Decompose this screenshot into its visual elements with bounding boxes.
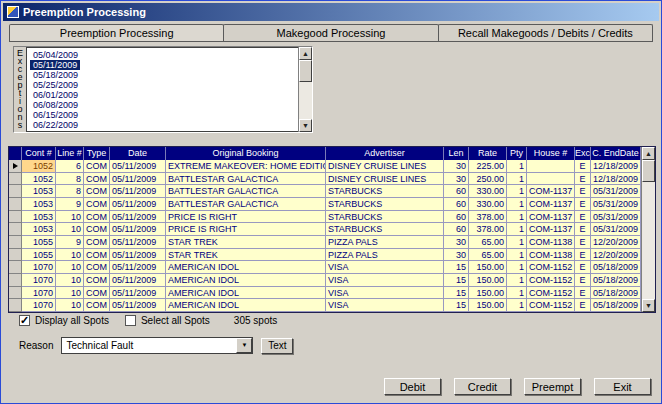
cell-exc[interactable]: E [575,198,591,211]
cell-len[interactable]: 30 [444,160,469,173]
scroll-down-button[interactable]: ▼ [642,299,655,312]
cell-date[interactable]: 05/11/2009 [110,160,166,173]
row-selector[interactable] [9,249,22,262]
cell-len[interactable]: 30 [444,173,469,186]
cell-advertiser[interactable]: DISNEY CRUISE LINES [326,160,444,173]
exceptions-listbox[interactable]: 05/04/200905/11/200905/18/200905/25/2009… [26,47,298,132]
cell-date[interactable]: 05/11/2009 [110,249,166,262]
cell-type[interactable]: COM [84,236,110,249]
cell-line[interactable]: 10 [56,249,84,262]
text-button[interactable]: Text [261,338,293,354]
row-selector[interactable] [9,236,22,249]
cell-pty[interactable]: 1 [507,249,527,262]
cell-cont[interactable]: 1070 [22,287,56,300]
cell-advertiser[interactable]: STARBUCKS [326,223,444,236]
cell-date[interactable]: 05/11/2009 [110,261,166,274]
cell-exc[interactable]: E [575,173,591,186]
cell-exc[interactable]: E [575,160,591,173]
row-selector[interactable] [9,160,22,173]
cell-rate[interactable]: 65.00 [469,249,507,262]
credit-button[interactable]: Credit [454,378,511,395]
cell-pty[interactable]: 1 [507,211,527,224]
cell-advertiser[interactable]: DISNEY CRUISE LINES [326,173,444,186]
cell-advertiser[interactable]: PIZZA PALS [326,249,444,262]
cell-cont[interactable]: 1070 [22,299,56,312]
grid-row[interactable]: 10528COM05/11/2009BATTLESTAR GALACTICADI… [9,173,641,186]
cell-house[interactable]: COM-1137 [527,211,575,224]
cell-enddate[interactable]: 12/18/2009 [591,160,641,173]
column-header-enddate[interactable]: C. EndDate [591,147,641,160]
column-header-advertiser[interactable]: Advertiser [326,147,444,160]
scrollbar-track[interactable] [642,160,655,299]
cell-type[interactable]: COM [84,287,110,300]
cell-len[interactable]: 30 [444,236,469,249]
column-header-type[interactable]: Type [84,147,110,160]
cell-advertiser[interactable]: STARBUCKS [326,211,444,224]
cell-line[interactable]: 8 [56,173,84,186]
cell-pty[interactable]: 1 [507,198,527,211]
cell-cont[interactable]: 1053 [22,185,56,198]
column-header-house[interactable]: House # [527,147,575,160]
cell-house[interactable]: COM-1152 [527,287,575,300]
cell-cont[interactable]: 1053 [22,211,56,224]
cell-booking[interactable]: BATTLESTAR GALACTICA [166,173,326,186]
cell-house[interactable]: COM-1152 [527,261,575,274]
cell-enddate[interactable]: 12/18/2009 [591,173,641,186]
cell-date[interactable]: 05/11/2009 [110,173,166,186]
cell-type[interactable]: COM [84,249,110,262]
row-selector[interactable] [9,261,22,274]
exception-date-option[interactable]: 05/25/2009 [30,80,81,90]
cell-cont[interactable]: 1055 [22,249,56,262]
cell-line[interactable]: 10 [56,299,84,312]
row-selector[interactable] [9,173,22,186]
cell-line[interactable]: 6 [56,160,84,173]
exception-date-option[interactable]: 06/15/2009 [30,110,81,120]
row-selector[interactable] [9,211,22,224]
cell-house[interactable]: COM-1152 [527,274,575,287]
cell-rate[interactable]: 250.00 [469,173,507,186]
cell-date[interactable]: 05/11/2009 [110,236,166,249]
cell-date[interactable]: 05/11/2009 [110,287,166,300]
column-header-pty[interactable]: Pty [507,147,527,160]
cell-exc[interactable]: E [575,211,591,224]
cell-advertiser[interactable]: VISA [326,261,444,274]
scrollbar-thumb[interactable] [642,160,655,182]
scroll-up-button[interactable]: ▲ [642,147,655,160]
cell-booking[interactable]: PRICE IS RIGHT [166,223,326,236]
cell-len[interactable]: 60 [444,211,469,224]
cell-booking[interactable]: AMERICAN IDOL [166,299,326,312]
cell-enddate[interactable]: 05/31/2009 [591,223,641,236]
cell-house[interactable]: COM-1138 [527,236,575,249]
cell-type[interactable]: COM [84,198,110,211]
cell-house[interactable] [527,160,575,173]
debit-button[interactable]: Debit [384,378,441,395]
grid-row[interactable]: 105310COM05/11/2009PRICE IS RIGHTSTARBUC… [9,223,641,236]
cell-len[interactable]: 15 [444,261,469,274]
scroll-up-button[interactable]: ▲ [299,47,312,60]
cell-len[interactable]: 60 [444,198,469,211]
scroll-down-button[interactable]: ▼ [299,119,312,132]
cell-type[interactable]: COM [84,173,110,186]
cell-line[interactable]: 9 [56,198,84,211]
cell-house[interactable]: COM-1137 [527,185,575,198]
cell-enddate[interactable]: 12/20/2009 [591,249,641,262]
cell-cont[interactable]: 1055 [22,236,56,249]
cell-cont[interactable]: 1052 [22,160,56,173]
cell-rate[interactable]: 150.00 [469,287,507,300]
cell-type[interactable]: COM [84,211,110,224]
cell-enddate[interactable]: 05/31/2009 [591,211,641,224]
row-selector[interactable] [9,223,22,236]
row-selector[interactable] [9,287,22,300]
cell-len[interactable]: 60 [444,223,469,236]
scrollbar-track[interactable] [299,60,312,119]
grid-row[interactable]: 10539COM05/11/2009BATTLESTAR GALACTICAST… [9,198,641,211]
cell-pty[interactable]: 1 [507,274,527,287]
cell-advertiser[interactable]: STARBUCKS [326,198,444,211]
cell-rate[interactable]: 330.00 [469,198,507,211]
cell-line[interactable]: 10 [56,223,84,236]
exception-date-option[interactable]: 06/08/2009 [30,100,81,110]
column-header-booking[interactable]: Original Booking [166,147,326,160]
cell-len[interactable]: 60 [444,185,469,198]
cell-pty[interactable]: 1 [507,236,527,249]
cell-booking[interactable]: STAR TREK [166,249,326,262]
